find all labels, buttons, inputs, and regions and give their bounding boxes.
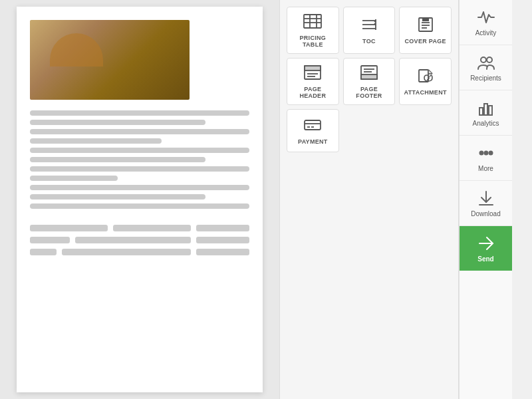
text-line xyxy=(30,110,249,116)
document-preview xyxy=(0,0,279,399)
text-line xyxy=(30,166,249,172)
toolbar-item-payment[interactable]: PAYMENT xyxy=(287,109,339,152)
sidebar-item-analytics[interactable]: Analytics xyxy=(460,90,512,136)
table-row xyxy=(30,237,249,243)
pulse-icon xyxy=(477,8,495,27)
toolbar-item-page-header[interactable]: PAGE HEADER xyxy=(287,58,339,105)
svg-point-30 xyxy=(487,57,492,63)
svg-rect-32 xyxy=(484,104,487,115)
text-line xyxy=(30,129,249,134)
right-sidebar: Activity Recipients Analytics More xyxy=(459,0,512,399)
svg-rect-0 xyxy=(304,15,321,28)
table-cell xyxy=(30,225,108,231)
svg-rect-33 xyxy=(489,106,492,115)
toolbar-item-attachment[interactable]: ATTACHMENT xyxy=(399,58,452,105)
table-cell xyxy=(30,249,57,255)
svg-rect-31 xyxy=(479,108,483,115)
toolbar-item-toc[interactable]: TOC xyxy=(343,7,396,54)
sidebar-item-more[interactable]: More xyxy=(460,136,512,181)
table-cell xyxy=(196,225,249,231)
activity-label: Activity xyxy=(475,29,497,37)
download-label: Download xyxy=(471,210,500,217)
doc-text-content xyxy=(30,110,249,209)
sidebar-item-activity[interactable]: Activity xyxy=(460,0,512,45)
text-line xyxy=(30,138,162,144)
text-line xyxy=(30,185,249,190)
doc-image xyxy=(30,20,190,100)
table-cell xyxy=(196,249,249,255)
text-line xyxy=(30,203,249,209)
svg-point-34 xyxy=(479,152,483,155)
page-header-icon xyxy=(303,65,322,82)
bar-chart-icon xyxy=(477,98,495,117)
more-icon xyxy=(477,144,495,162)
cover-page-label: COVER PAGE xyxy=(404,38,446,45)
svg-point-29 xyxy=(481,57,486,63)
svg-rect-24 xyxy=(419,70,428,82)
text-line xyxy=(30,148,249,153)
svg-rect-25 xyxy=(305,120,321,130)
page-footer-label: PAGE FOOTER xyxy=(348,86,391,99)
toolbar-item-pricing-table[interactable]: PRICING TABLE xyxy=(287,7,339,54)
attachment-label: ATTACHMENT xyxy=(404,89,447,96)
element-toolbar: PRICING TABLE TOC xyxy=(279,0,459,399)
analytics-label: Analytics xyxy=(472,120,499,127)
users-icon xyxy=(477,53,495,72)
svg-rect-17 xyxy=(305,66,321,70)
svg-rect-15 xyxy=(422,19,429,21)
send-label: Send xyxy=(477,255,493,263)
page-header-label: PAGE HEADER xyxy=(291,86,334,99)
text-line xyxy=(30,120,205,125)
send-icon xyxy=(477,234,495,253)
table-row xyxy=(30,249,249,255)
pricing-table-icon xyxy=(303,14,322,31)
table-cell xyxy=(62,249,191,255)
pricing-table-label: PRICING TABLE xyxy=(291,35,334,48)
toc-label: TOC xyxy=(362,38,376,45)
table-cell xyxy=(196,237,249,243)
doc-page xyxy=(17,7,263,392)
page-footer-icon xyxy=(360,65,378,82)
toc-icon xyxy=(360,17,378,35)
payment-label: PAYMENT xyxy=(298,138,328,145)
text-line xyxy=(30,176,118,181)
payment-icon xyxy=(303,118,322,135)
table-row xyxy=(30,225,249,231)
recipients-label: Recipients xyxy=(470,74,501,82)
toolbar-item-page-footer[interactable]: PAGE FOOTER xyxy=(343,58,396,105)
sidebar-item-download[interactable]: Download xyxy=(460,181,512,226)
table-cell xyxy=(75,237,191,243)
table-cell xyxy=(30,237,70,243)
text-line xyxy=(30,157,205,162)
attachment-icon xyxy=(416,68,435,86)
cover-page-icon xyxy=(416,17,435,35)
sidebar-item-recipients[interactable]: Recipients xyxy=(460,45,512,90)
more-label: More xyxy=(478,165,493,172)
toolbar-grid: PRICING TABLE TOC xyxy=(287,7,452,152)
svg-point-35 xyxy=(484,152,487,155)
sidebar-item-send[interactable]: Send xyxy=(460,226,512,271)
table-cell xyxy=(113,225,191,231)
download-icon xyxy=(477,189,495,207)
svg-point-36 xyxy=(489,152,492,155)
doc-table xyxy=(30,225,249,255)
text-line xyxy=(30,194,205,200)
toolbar-item-cover-page[interactable]: COVER PAGE xyxy=(399,7,452,54)
svg-rect-21 xyxy=(361,74,377,79)
